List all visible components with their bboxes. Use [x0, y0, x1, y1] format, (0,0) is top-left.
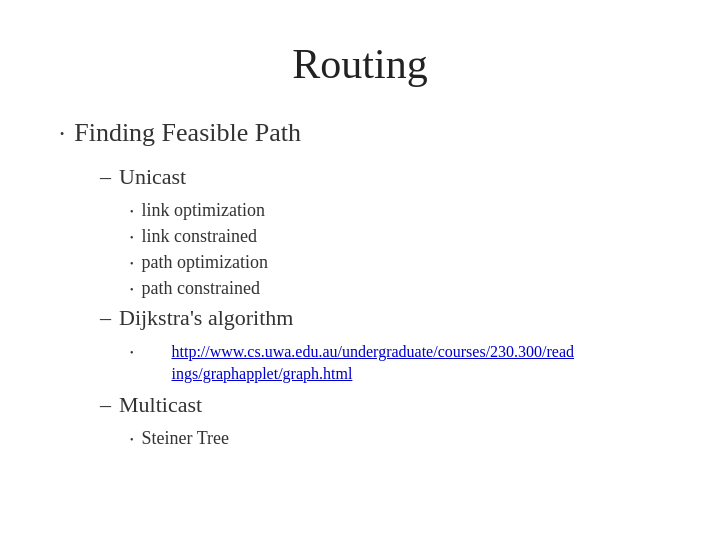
bullet-dot: •	[60, 127, 64, 142]
sub-bullet-dot: •	[130, 347, 134, 358]
list-item: • link optimization	[130, 200, 660, 221]
dijkstra-sub-bullets: • http://www.cs.uwa.edu.au/undergraduate…	[130, 341, 660, 386]
dash-icon: –	[100, 164, 111, 190]
unicast-item-4: path constrained	[142, 278, 260, 299]
dash-item-multicast: – Multicast	[100, 392, 660, 418]
sub-bullet-dot: •	[130, 284, 134, 295]
dash-item-unicast: – Unicast	[100, 164, 660, 190]
dijkstra-link[interactable]: http://www.cs.uwa.edu.au/undergraduate/c…	[172, 341, 575, 386]
dash-item-dijkstra: – Dijkstra's algorithm	[100, 305, 660, 331]
dash-icon: –	[100, 305, 111, 331]
sub-bullet-dot: •	[130, 232, 134, 243]
list-item: • http://www.cs.uwa.edu.au/undergraduate…	[130, 341, 660, 386]
main-bullet: • Finding Feasible Path	[60, 118, 660, 148]
unicast-label: Unicast	[119, 164, 186, 190]
multicast-label: Multicast	[119, 392, 202, 418]
sub-bullet-dot: •	[130, 258, 134, 269]
list-item: • path constrained	[130, 278, 660, 299]
multicast-sub-bullets: • Steiner Tree	[130, 428, 660, 449]
sub-section: – Unicast • link optimization • link con…	[100, 164, 660, 455]
main-bullet-label: Finding Feasible Path	[74, 118, 301, 148]
sub-bullet-dot: •	[130, 206, 134, 217]
list-item: • path optimization	[130, 252, 660, 273]
dash-icon: –	[100, 392, 111, 418]
list-item: • Steiner Tree	[130, 428, 660, 449]
slide-title: Routing	[60, 40, 660, 88]
multicast-item-1: Steiner Tree	[142, 428, 230, 449]
slide: Routing • Finding Feasible Path – Unicas…	[0, 0, 720, 540]
sub-bullet-dot: •	[130, 434, 134, 445]
unicast-item-2: link constrained	[142, 226, 257, 247]
dijkstra-label: Dijkstra's algorithm	[119, 305, 293, 331]
unicast-item-3: path optimization	[142, 252, 268, 273]
unicast-item-1: link optimization	[142, 200, 266, 221]
unicast-sub-bullets: • link optimization • link constrained •…	[130, 200, 660, 299]
list-item: • link constrained	[130, 226, 660, 247]
